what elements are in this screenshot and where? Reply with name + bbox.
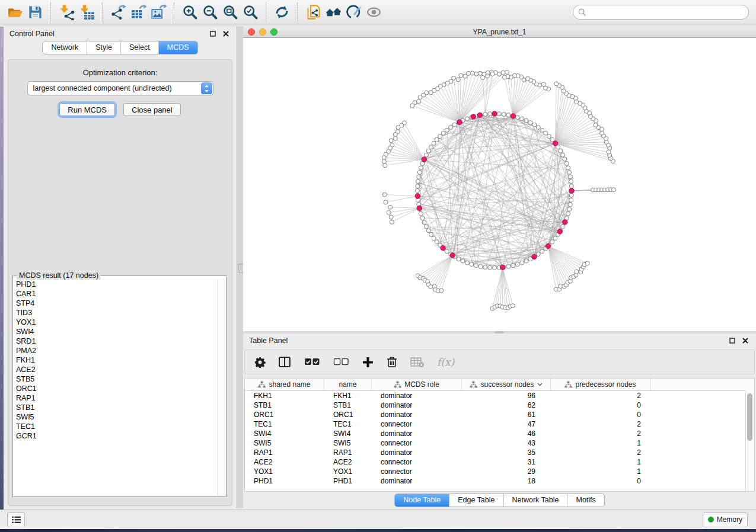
mcds-result-item[interactable]: FKH1	[14, 355, 218, 365]
search-box[interactable]	[573, 5, 749, 20]
network-graph[interactable]	[243, 38, 756, 332]
table-settings-icon[interactable]	[254, 357, 266, 368]
table-row[interactable]: TEC1TEC1connector472	[245, 419, 754, 429]
save-session-icon[interactable]	[25, 2, 45, 22]
vertical-splitter[interactable]	[237, 27, 243, 508]
first-neighbors-icon[interactable]	[323, 2, 343, 22]
tab-edge-table[interactable]: Edge Table	[449, 494, 503, 507]
table-scrollbar[interactable]	[745, 390, 754, 491]
close-panel-icon[interactable]	[221, 29, 231, 39]
tab-mcds[interactable]: MCDS	[159, 41, 197, 54]
table-cell: 1	[551, 467, 650, 476]
table-row[interactable]: FKH1FKH1dominator962	[245, 391, 754, 400]
mcds-result-item[interactable]: STB5	[14, 374, 218, 384]
optimization-criterion-select[interactable]: largest connected component (undirected)	[27, 81, 213, 95]
column-label: successor nodes	[480, 380, 534, 389]
column-header-predecessor-nodes[interactable]: predecessor nodes	[551, 379, 650, 390]
toolbar-separator	[102, 2, 103, 21]
mcds-result-item[interactable]: TID3	[14, 308, 218, 318]
mcds-result-item[interactable]: ORC1	[14, 384, 218, 393]
search-input[interactable]	[586, 6, 748, 18]
mcds-result-item[interactable]: CAR1	[14, 289, 218, 299]
select-all-columns-icon[interactable]	[304, 358, 320, 366]
import-table-icon[interactable]	[76, 2, 97, 22]
tab-node-table[interactable]: Node Table	[395, 494, 449, 507]
mcds-result-item[interactable]: RAP1	[14, 393, 218, 403]
table-row[interactable]: PHD1PHD1dominator180	[245, 476, 754, 486]
table-panel-tabs: Node TableEdge TableNetwork TableMotifs	[394, 493, 605, 507]
table-row[interactable]: SWI5SWI5connector431	[245, 438, 754, 448]
float-panel-icon[interactable]	[208, 29, 218, 39]
mcds-result-scrollbar[interactable]	[218, 280, 225, 496]
column-header-MCDS-role[interactable]: MCDS role	[372, 379, 462, 390]
table-cell: ACE2	[324, 458, 372, 466]
tab-network[interactable]: Network	[43, 41, 87, 54]
mcds-result-item[interactable]: ACE2	[14, 365, 218, 374]
mcds-result-item[interactable]: TEC1	[14, 422, 218, 431]
run-mcds-button[interactable]: Run MCDS	[59, 103, 115, 116]
close-panel-icon[interactable]	[741, 336, 750, 345]
table-cell: dominator	[372, 430, 462, 438]
refresh-layout-icon[interactable]	[272, 2, 292, 22]
create-column-icon[interactable]	[362, 357, 374, 368]
column-header-name[interactable]: name	[324, 379, 372, 390]
table-cell: RAP1	[324, 448, 372, 457]
mcds-result-item[interactable]: SWI5	[14, 412, 218, 422]
close-panel-button[interactable]: Close panel	[123, 103, 181, 116]
tab-select[interactable]: Select	[121, 41, 159, 54]
export-table-icon[interactable]	[128, 2, 148, 22]
import-network-icon[interactable]	[56, 2, 76, 22]
tab-motifs[interactable]: Motifs	[567, 494, 604, 507]
table-cell: dominator	[372, 401, 462, 409]
zoom-out-icon[interactable]	[200, 2, 220, 22]
new-network-from-selection-icon[interactable]	[303, 2, 323, 22]
table-panel-title: Table Panel	[249, 336, 724, 345]
zoom-in-icon[interactable]	[180, 2, 200, 22]
mcds-result-item[interactable]: STP4	[14, 299, 218, 308]
tab-network-table[interactable]: Network Table	[504, 494, 568, 507]
export-image-icon[interactable]	[148, 2, 168, 22]
mcds-result-item[interactable]: GCR1	[14, 431, 218, 441]
table-row[interactable]: RAP1RAP1dominator352	[245, 448, 754, 457]
network-canvas[interactable]	[243, 38, 756, 332]
zoom-selected-icon[interactable]	[240, 2, 260, 22]
table-row[interactable]: ORC1ORC1dominator610	[245, 410, 754, 419]
open-session-icon[interactable]	[5, 2, 25, 22]
mcds-result-item[interactable]: SWI4	[14, 327, 218, 336]
show-hide-icon[interactable]	[363, 2, 384, 22]
table-row[interactable]: YOX1YOX1connector291	[245, 467, 754, 476]
mcds-result-list[interactable]: PHD1CAR1STP4TID3YOX1SWI4SRD1PMA2FKH1ACE2…	[14, 280, 218, 496]
table-cell: ORC1	[324, 411, 372, 419]
mcds-result-item[interactable]: SRD1	[14, 336, 218, 346]
export-network-icon[interactable]	[108, 2, 128, 22]
table-cell: 2	[551, 448, 650, 457]
network-window-titlebar[interactable]: YPA_prune.txt_1	[243, 26, 756, 38]
table-toolbar: f(x)	[244, 350, 755, 374]
show-columns-icon[interactable]	[279, 357, 291, 368]
zoom-fit-icon[interactable]	[220, 2, 240, 22]
memory-button[interactable]: Memory	[703, 512, 748, 527]
deselect-all-columns-icon[interactable]	[333, 358, 349, 366]
column-header-successor-nodes[interactable]: successor nodes	[462, 379, 551, 390]
mcds-result-item[interactable]: YOX1	[14, 318, 218, 327]
table-cell: YOX1	[245, 467, 324, 476]
table-row[interactable]: STB1STB1dominator620	[245, 400, 754, 410]
table-cell: dominator	[372, 448, 462, 457]
mcds-result-item[interactable]: PHD1	[14, 280, 218, 289]
mcds-result-item[interactable]: PMA2	[14, 346, 218, 355]
column-header-shared-name[interactable]: shared name	[245, 379, 324, 390]
table-cell: 1	[551, 458, 650, 466]
float-panel-icon[interactable]	[728, 336, 737, 345]
table-cell: 47	[462, 420, 551, 428]
table-header-row: shared namenameMCDS rolesuccessor nodesp…	[245, 379, 754, 391]
mcds-result-item[interactable]: STB1	[14, 403, 218, 412]
scrollbar-thumb[interactable]	[747, 393, 752, 441]
table-row[interactable]: ACE2ACE2connector311	[245, 457, 754, 467]
task-history-button[interactable]	[7, 512, 25, 527]
delete-column-icon[interactable]	[387, 356, 397, 368]
tab-style[interactable]: Style	[87, 41, 121, 54]
table-row[interactable]: SWI4SWI4dominator462	[245, 429, 754, 438]
table-cell: 0	[551, 477, 650, 485]
visual-style-icon[interactable]	[343, 2, 363, 22]
column-type-icon	[470, 381, 477, 388]
